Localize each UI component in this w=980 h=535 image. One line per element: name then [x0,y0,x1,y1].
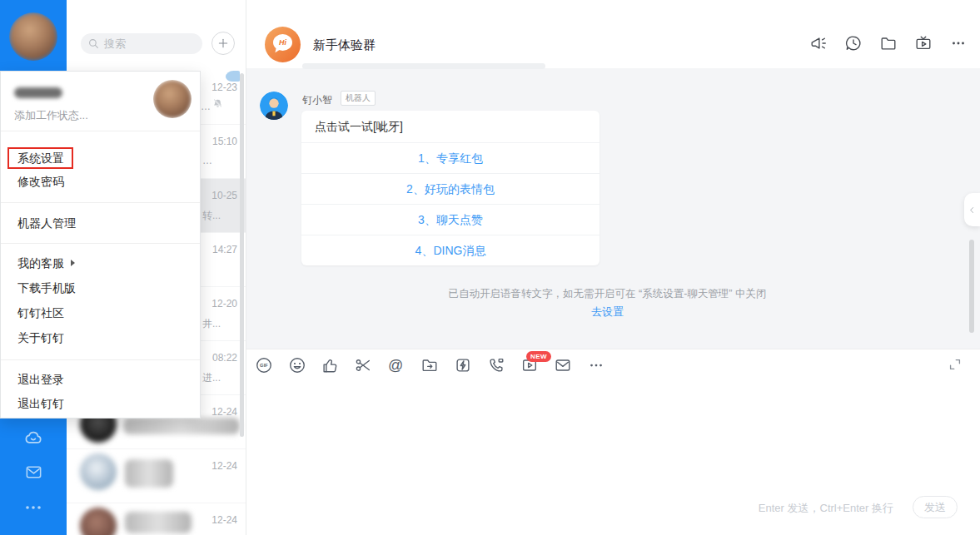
menu-item-robot-management[interactable]: 机器人管理 [17,216,76,230]
chat-preview: … [201,101,211,112]
chat-time: 12-20 [211,298,237,310]
avatar [80,508,117,535]
chat-list-scrollbar[interactable] [240,73,244,437]
mail-toolbar-icon[interactable] [554,356,572,374]
flash-note-icon[interactable] [454,356,472,374]
chat-list-item[interactable]: 12-24 [67,449,246,503]
search-placeholder: 搜索 [104,37,126,52]
add-button[interactable] [211,32,235,55]
menu-item-about[interactable]: 关于钉钉 [17,331,64,344]
plus-icon [217,37,229,49]
system-notice: 已自动开启语音转文字，如无需开启可在 “系统设置-聊天管理” 中关闭 [246,287,968,301]
menu-divider [1,359,200,360]
panel-divider [246,0,246,535]
chat-time: 15:10 [212,136,237,147]
chat-preview: 进... [202,371,221,385]
message-intro: 点击试一试[呲牙] [301,111,599,142]
menu-divider [1,243,200,244]
menu-item-exit-app[interactable]: 退出钉钉 [17,397,64,410]
menu-item-my-service[interactable]: 我的客服 [17,256,64,270]
side-panel-handle[interactable] [964,193,980,226]
search-icon [88,38,99,49]
phone-call-icon[interactable] [487,356,505,374]
chat-time: 12-24 [211,460,237,472]
chat-title: 新手体验群 [313,37,376,53]
chat-time: 12-24 [211,514,237,526]
hi-bubble: Hi [273,34,292,51]
avatar [80,453,117,490]
group-avatar[interactable]: Hi [265,27,301,62]
chat-history-icon[interactable] [844,34,863,52]
chat-time: 14:27 [212,244,237,255]
submenu-arrow-icon [71,260,75,266]
cloud-drive-icon[interactable] [0,427,67,452]
chevron-left-icon [968,206,977,215]
list-decoration [226,71,240,82]
sidebar-more-icon[interactable] [0,501,67,518]
announcement-megaphone-icon[interactable] [809,34,828,52]
redacted-name [123,418,240,434]
menu-item-change-password[interactable]: 修改密码 [17,175,64,188]
mail-sidebar-icon[interactable] [0,463,67,485]
chat-preview: … [202,155,212,166]
work-status-button[interactable]: 添加工作状态... [14,108,88,123]
menu-item-download-mobile[interactable]: 下载手机版 [17,281,76,295]
menu-item-community[interactable]: 钉钉社区 [17,306,64,320]
new-badge: NEW [526,351,551,362]
mute-bell-icon [212,97,223,112]
expand-fullscreen-icon[interactable] [947,356,963,373]
robot-badge: 机器人 [341,91,376,106]
chat-preview: 转... [202,209,221,223]
chat-preview: 井... [202,317,221,331]
redacted-username [14,87,62,98]
scrolled-message-edge [302,63,545,69]
chat-time: 12-23 [211,82,237,93]
search-input[interactable]: 搜索 [81,33,202,54]
chat-header: Hi 新手体验群 [246,0,980,68]
message-area: 钉小智 机器人 点击试一试[呲牙] 1、专享红包 2、好玩的表情包 3、聊天点赞… [246,68,980,349]
dingtalk-window: 搜索 12-23 … 15:10 … 10-25 转... 14:27 12-2… [0,0,980,535]
user-menu: 添加工作状态... 系统设置 修改密码 机器人管理 我的客服 下载手机版 钉钉社… [0,71,201,419]
mention-at-icon[interactable]: @ [388,356,403,374]
chat-time: 10-25 [211,190,237,201]
file-send-icon[interactable] [420,356,439,374]
svg-text:GIF: GIF [260,363,268,368]
chat-list-item[interactable]: 12-24 [67,503,246,535]
gif-icon[interactable]: GIF [255,356,273,374]
sender-name: 钉小智 [302,93,332,107]
message-scrollbar[interactable] [969,240,974,333]
menu-item-logout[interactable]: 退出登录 [17,373,64,386]
bot-avatar[interactable] [260,92,288,120]
menu-avatar[interactable] [153,80,192,118]
menu-item-system-settings[interactable]: 系统设置 [17,151,64,165]
send-button[interactable]: 发送 [913,496,958,518]
menu-divider [1,131,200,131]
send-hint: Enter 发送，Ctrl+Enter 换行 [759,501,893,516]
composer-toolbar: GIF @ NEW [246,349,980,383]
message-link-ding[interactable]: 4、DING消息 [301,235,599,265]
group-live-icon[interactable] [914,34,933,52]
emoji-icon[interactable] [288,356,306,374]
message-link-like[interactable]: 3、聊天点赞 [301,204,599,235]
thumbs-up-icon[interactable] [321,356,339,374]
chat-time: 08:22 [212,352,237,364]
screenshot-scissors-icon[interactable] [354,356,372,374]
group-files-icon[interactable] [879,34,898,52]
message-link-redpacket[interactable]: 1、专享红包 [301,142,599,173]
redacted-name [125,512,192,533]
header-more-icon[interactable] [949,34,968,52]
menu-divider [1,202,200,203]
redacted-name [125,459,173,488]
message-link-stickers[interactable]: 2、好玩的表情包 [301,173,599,204]
chat-time: 12-24 [211,406,237,418]
composer[interactable]: Enter 发送，Ctrl+Enter 换行 发送 [246,382,980,535]
toolbar-more-icon[interactable] [587,356,605,374]
user-avatar[interactable] [9,12,57,61]
message-card: 点击试一试[呲牙] 1、专享红包 2、好玩的表情包 3、聊天点赞 4、DING消… [301,111,599,265]
go-settings-link[interactable]: 去设置 [246,305,968,320]
